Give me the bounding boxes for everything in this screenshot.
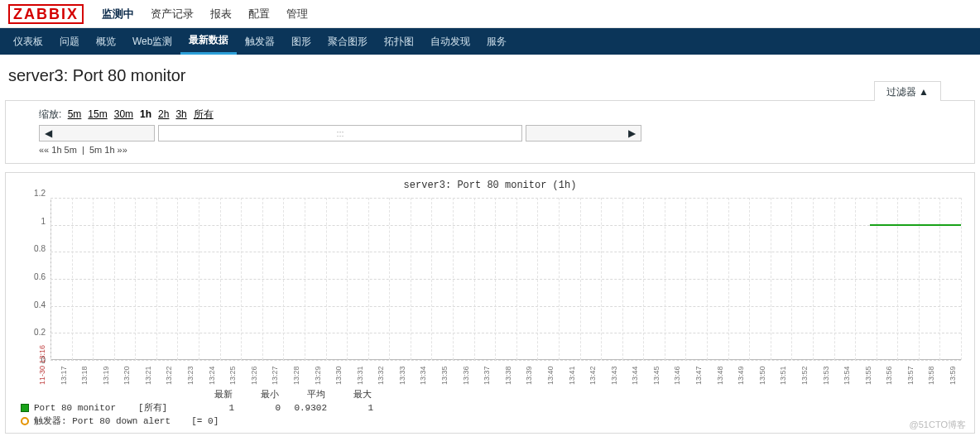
y-tick: 1.2 (34, 189, 46, 198)
x-tick: 13:29 (314, 366, 322, 385)
zoom-label: 缩放: (39, 108, 61, 120)
x-tick: 13:51 (779, 366, 787, 385)
topnav-item-0[interactable]: 监测中 (102, 7, 134, 20)
zoom-opt-5m[interactable]: 5m (68, 108, 82, 120)
x-tick: 13:54 (843, 366, 851, 385)
x-tick: 13:26 (250, 366, 258, 385)
x-tick: 13:55 (864, 366, 872, 385)
x-tick: 13:38 (504, 366, 512, 385)
zoom-opt-3h[interactable]: 3h (175, 108, 186, 120)
subnav-item-2[interactable]: 概览 (88, 28, 124, 55)
x-tick: 13:35 (440, 366, 449, 385)
y-tick: 1 (41, 216, 46, 225)
zoom-row: 缩放: 5m15m30m1h2h3h所有 (39, 108, 941, 122)
subnav-item-8[interactable]: 拓扑图 (376, 28, 422, 55)
chart-panel: server3: Port 80 monitor (1h) 00.20.40.6… (5, 172, 975, 434)
x-tick: 13:52 (800, 366, 809, 385)
x-tick: 13:41 (568, 366, 576, 385)
x-tick: 13:24 (208, 366, 216, 385)
x-tick: 13:20 (122, 366, 131, 385)
x-tick: 13:42 (588, 366, 597, 385)
zoom-opt-所有[interactable]: 所有 (194, 108, 214, 120)
chart-area: 00.20.40.60.811.2 11-30 13:1613:1713:181… (50, 193, 961, 383)
subnav-item-5[interactable]: 触发器 (237, 28, 283, 55)
subnav-item-7[interactable]: 聚合图形 (319, 28, 376, 55)
top-nav: ZABBIX 监测中资产记录报表配置管理 (0, 0, 980, 28)
watermark: @51CTO博客 (910, 419, 966, 431)
logo: ZABBIX (8, 4, 84, 24)
zoom-opt-2h[interactable]: 2h (158, 108, 169, 120)
x-tick: 13:49 (737, 366, 745, 385)
x-tick: 13:31 (356, 366, 364, 385)
x-tick: 13:23 (186, 366, 195, 385)
subnav-item-10[interactable]: 服务 (478, 28, 515, 55)
zoom-opt-30m[interactable]: 30m (114, 108, 133, 120)
x-tick: 13:43 (610, 366, 618, 385)
zoom-opt-15m[interactable]: 15m (88, 108, 107, 120)
x-tick: 13:18 (80, 366, 89, 385)
subnav-item-0[interactable]: 仪表板 (5, 28, 51, 55)
time-next-button[interactable]: ▶ (526, 125, 641, 141)
x-tick: 13:39 (525, 366, 533, 385)
x-tick: 13:34 (419, 366, 427, 385)
series-line (870, 224, 961, 226)
x-tick: 13:46 (673, 366, 681, 385)
x-tick: 13:37 (483, 366, 491, 385)
subnav-item-4[interactable]: 最新数据 (180, 28, 237, 55)
topnav-item-4[interactable]: 管理 (286, 7, 308, 20)
topnav-item-2[interactable]: 报表 (210, 7, 232, 20)
x-tick: 13:58 (927, 366, 935, 385)
y-tick: 0.4 (34, 300, 46, 309)
sub-nav: 仪表板问题概览Web监测最新数据触发器图形聚合图形拓扑图自动发现服务 (0, 28, 980, 55)
topnav-item-1[interactable]: 资产记录 (151, 7, 194, 20)
filter-toggle[interactable]: 过滤器 ▲ (874, 81, 941, 101)
y-tick: 0.8 (34, 244, 46, 253)
topnav-item-3[interactable]: 配置 (248, 7, 270, 20)
x-tick: 13:56 (885, 366, 893, 385)
quick-links-left[interactable]: «« 1h 5m (39, 145, 77, 155)
x-tick: 13:19 (102, 366, 110, 385)
x-tick: 13:33 (398, 366, 406, 385)
subnav-item-9[interactable]: 自动发现 (422, 28, 478, 55)
x-tick: 13:25 (228, 366, 237, 385)
time-slider-track[interactable]: ::: (158, 125, 522, 141)
time-quick-links: «« 1h 5m | 5m 1h »» (39, 145, 941, 155)
x-tick: 13:48 (716, 366, 724, 385)
subnav-item-3[interactable]: Web监测 (124, 28, 180, 55)
chart-legend: 最新最小平均最大Port 80 monitor[所有]100.93021触发器:… (21, 388, 966, 428)
legend-row: Port 80 monitor[所有]100.93021 (21, 401, 966, 415)
y-tick: 0.2 (34, 328, 46, 337)
x-tick: 13:53 (822, 366, 830, 385)
x-tick: 11-30 13:16 (38, 345, 46, 385)
x-tick: 13:57 (906, 366, 915, 385)
legend-trigger-row: 触发器: Port 80 down alert [= 0] (21, 415, 966, 428)
x-tick: 13:47 (694, 366, 703, 385)
x-tick: 13:21 (144, 366, 152, 385)
x-tick: 13:59 (949, 366, 957, 385)
x-tick: 13:44 (631, 366, 639, 385)
x-tick: 13:17 (60, 366, 68, 385)
x-tick: 13:27 (271, 366, 279, 385)
trigger-icon (21, 417, 29, 425)
y-tick: 0.6 (34, 272, 46, 281)
x-tick: 13:22 (165, 366, 173, 385)
page-title: server3: Port 80 monitor (0, 55, 980, 100)
quick-links-right[interactable]: 5m 1h »» (89, 145, 127, 155)
x-tick: 13:36 (462, 366, 470, 385)
time-prev-button[interactable]: ◀ (39, 125, 155, 141)
zoom-opt-1h[interactable]: 1h (140, 108, 151, 120)
chart-title: server3: Port 80 monitor (1h) (14, 180, 966, 191)
legend-swatch (21, 404, 29, 412)
x-tick: 13:45 (652, 366, 661, 385)
x-tick: 13:50 (758, 366, 766, 385)
x-tick: 13:30 (334, 366, 343, 385)
x-tick: 13:32 (377, 366, 385, 385)
subnav-item-6[interactable]: 图形 (283, 28, 319, 55)
time-slider-row: ◀ ::: ▶ (39, 125, 941, 141)
x-tick: 13:40 (546, 366, 555, 385)
x-tick: 13:28 (292, 366, 300, 385)
time-slider-grip[interactable]: ::: (330, 126, 350, 141)
subnav-item-1[interactable]: 问题 (51, 28, 88, 55)
filter-panel: 过滤器 ▲ 缩放: 5m15m30m1h2h3h所有 ◀ ::: ▶ «« 1h… (5, 100, 975, 164)
